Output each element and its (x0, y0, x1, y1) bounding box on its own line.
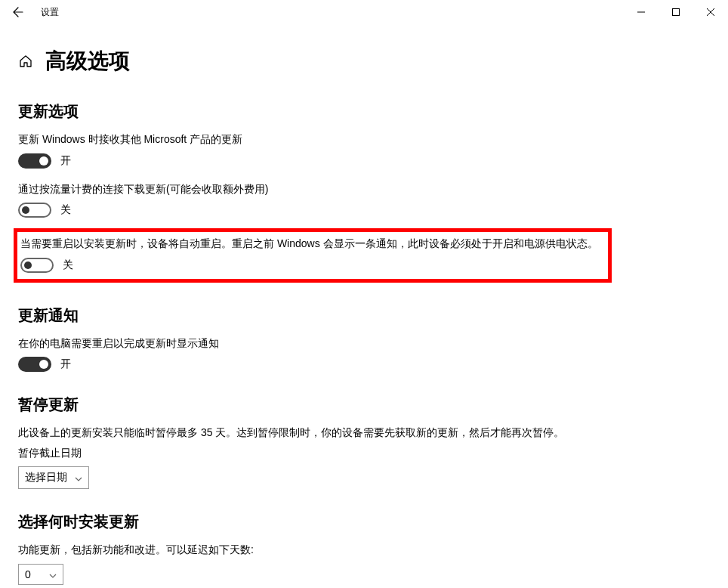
dropdown-defer-days-text: 0 (25, 568, 31, 580)
maximize-icon (672, 8, 680, 16)
section-update-notifications: 更新通知 在你的电脑需要重启以完成更新时显示通知 开 (18, 305, 710, 373)
close-icon (707, 8, 714, 16)
toggle-metered-connection[interactable] (18, 203, 51, 218)
label-metered-connection: 通过按流量计费的连接下载更新(可能会收取额外费用) (18, 182, 710, 197)
toggle-row-restart-notification: 开 (18, 357, 710, 372)
back-arrow-icon (12, 6, 24, 18)
label-receive-other-products: 更新 Windows 时接收其他 Microsoft 产品的更新 (18, 132, 710, 147)
toggle-row-auto-restart: 关 (20, 258, 600, 273)
label-auto-restart: 当需要重启以安装更新时，设备将自动重启。重启之前 Windows 会显示一条通知… (20, 237, 600, 252)
content-area: 高级选项 更新选项 更新 Windows 时接收其他 Microsoft 产品的… (0, 24, 728, 588)
heading-choose-when-install: 选择何时安装更新 (18, 512, 710, 532)
back-button[interactable] (6, 0, 30, 24)
heading-update-notifications: 更新通知 (18, 305, 710, 326)
dropdown-pause-date-text: 选择日期 (25, 471, 67, 484)
heading-pause-updates: 暂停更新 (18, 395, 710, 415)
maximize-button[interactable] (659, 0, 693, 24)
dropdown-defer-days[interactable]: 0 (18, 564, 63, 585)
window-controls (624, 0, 728, 24)
desc-choose-when-install: 功能更新，包括新功能和改进。可以延迟如下天数: (18, 543, 710, 558)
highlighted-auto-restart-option: 当需要重启以安装更新时，设备将自动重启。重启之前 Windows 会显示一条通知… (14, 228, 612, 283)
label-restart-notification: 在你的电脑需要重启以完成更新时显示通知 (18, 336, 710, 351)
section-update-options: 更新选项 更新 Windows 时接收其他 Microsoft 产品的更新 开 … (18, 101, 710, 283)
minimize-icon (637, 8, 645, 16)
page-header: 高级选项 (18, 47, 710, 76)
toggle-row-metered-connection: 关 (18, 203, 710, 218)
close-button[interactable] (693, 0, 728, 24)
section-pause-updates: 暂停更新 此设备上的更新安装只能临时暂停最多 35 天。达到暂停限制时，你的设备… (18, 395, 710, 489)
svg-rect-1 (673, 9, 680, 16)
dropdown-pause-date[interactable]: 选择日期 (18, 466, 89, 489)
toggle-restart-notification[interactable] (18, 357, 51, 372)
toggle-row-receive-other-products: 开 (18, 153, 710, 169)
toggle-state-receive-other-products: 开 (60, 154, 71, 168)
toggle-auto-restart[interactable] (20, 258, 54, 273)
home-icon[interactable] (18, 54, 33, 69)
heading-update-options: 更新选项 (18, 101, 710, 122)
toggle-state-auto-restart: 关 (63, 258, 73, 272)
chevron-down-icon (75, 472, 82, 484)
label-pause-until-date: 暂停截止日期 (18, 447, 710, 460)
page-title: 高级选项 (45, 47, 130, 76)
chevron-down-icon (49, 568, 57, 580)
section-choose-when-install: 选择何时安装更新 功能更新，包括新功能和改进。可以延迟如下天数: 0 (18, 512, 710, 585)
desc-pause-updates: 此设备上的更新安装只能临时暂停最多 35 天。达到暂停限制时，你的设备需要先获取… (18, 426, 710, 441)
titlebar: 设置 (0, 0, 728, 24)
toggle-state-restart-notification: 开 (60, 357, 71, 371)
window-title: 设置 (41, 6, 59, 19)
minimize-button[interactable] (624, 0, 659, 24)
toggle-state-metered-connection: 关 (60, 203, 71, 217)
toggle-receive-other-products[interactable] (18, 153, 51, 169)
